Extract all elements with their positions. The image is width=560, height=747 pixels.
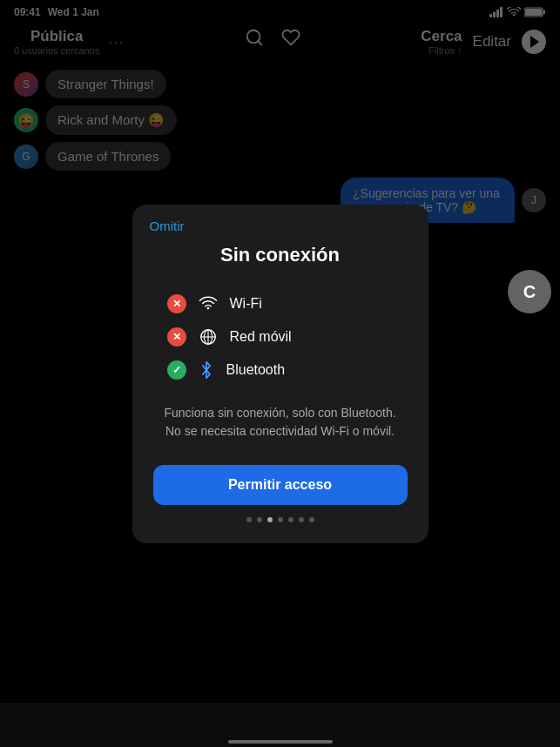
modal-overlay: Omitir Sin conexión ✕ Wi-Fi ✕ Red móvil <box>0 0 560 747</box>
wifi-icon <box>199 296 218 312</box>
cellular-icon <box>199 329 218 345</box>
wifi-row: ✕ Wi-Fi <box>132 287 428 320</box>
dot-4 <box>278 517 283 522</box>
dot-3-active <box>267 517 273 522</box>
dot-2 <box>257 517 262 522</box>
modal-description: Funciona sin conexión, solo con Bluetoot… <box>132 387 428 441</box>
bluetooth-row: ✓ Bluetooth <box>132 353 428 387</box>
pagination-dots <box>132 517 428 522</box>
bluetooth-status-circle: ✓ <box>167 360 186 380</box>
wifi-label: Wi-Fi <box>230 296 262 312</box>
dot-7 <box>309 517 314 522</box>
modal-title: Sin conexión <box>132 244 428 266</box>
cellular-status-circle: ✕ <box>167 327 186 347</box>
modal-skip-button[interactable]: Omitir <box>132 205 202 240</box>
floating-c-button[interactable]: C <box>508 270 551 313</box>
permit-access-button[interactable]: Permitir acceso <box>153 465 408 505</box>
bluetooth-icon <box>199 361 214 379</box>
dot-5 <box>288 517 293 522</box>
cellular-row: ✕ Red móvil <box>132 320 428 353</box>
floating-btn-label: C <box>523 282 536 302</box>
dot-6 <box>299 517 304 522</box>
modal-dialog: Omitir Sin conexión ✕ Wi-Fi ✕ Red móvil <box>132 205 428 543</box>
bluetooth-label: Bluetooth <box>226 362 286 378</box>
wifi-status-circle: ✕ <box>167 294 186 313</box>
dot-1 <box>246 517 252 522</box>
cellular-label: Red móvil <box>230 329 292 345</box>
